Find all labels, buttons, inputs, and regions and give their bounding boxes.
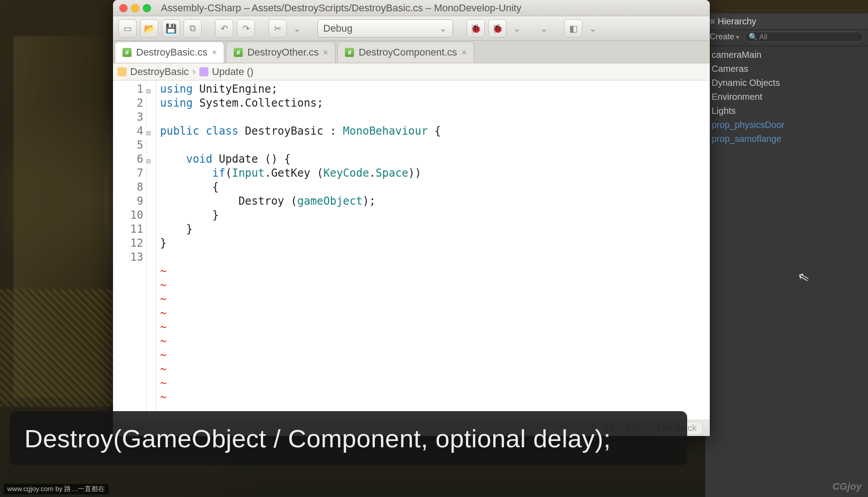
tab-close-icon[interactable]: × [212,48,217,57]
document-tabs: DestroyBasic.cs × DestroyOther.cs × Dest… [113,41,710,63]
open-button[interactable]: 📂 [140,19,158,38]
panel-toggle-button[interactable]: ◧ [564,19,582,38]
chevron-down-icon[interactable]: ⌄ [537,19,551,38]
csharp-file-icon [123,48,132,57]
save-button[interactable]: 💾 [162,19,180,38]
traffic-lights [119,4,151,12]
csharp-file-icon [345,48,354,57]
caption-overlay: Destroy(GameObject / Component, optional… [10,411,687,465]
hierarchy-item[interactable]: Environment [705,90,868,104]
code-content[interactable]: using UnityEngine; using System.Collecti… [156,80,710,420]
undo-button[interactable]: ↶ [215,19,233,38]
hierarchy-title: Hierarchy [710,16,756,27]
chevron-down-icon[interactable]: ⌄ [586,19,599,38]
tab-close-icon[interactable]: × [462,48,467,57]
code-editor[interactable]: 1 2 3 4 5 6 7 8 9 10 11 12 13 using Unit… [113,80,710,420]
configuration-label: Debug [323,23,353,34]
breadcrumb-class: DestroyBasic [130,66,189,78]
save-all-button[interactable]: ⧉ [184,19,202,38]
chevron-down-icon: ⌄ [439,23,447,34]
chevron-down-icon[interactable]: ⌄ [290,19,304,38]
tab-label: DestroyOther.cs [247,47,319,58]
window-title: Assembly-CSharp – Assets/DestroyScripts/… [156,2,703,14]
minimize-icon[interactable] [131,4,139,12]
main-toolbar: ▭ 📂 💾 ⧉ ↶ ↷ ✂ ⌄ Debug ⌄ 🐞 🐞 ⌄ ⌄ ◧ ⌄ [113,16,710,41]
chevron-down-icon[interactable]: ⌄ [510,19,524,38]
cut-button[interactable]: ✂ [269,19,287,38]
hierarchy-list: cameraMain Cameras Dynamic Objects Envir… [705,46,868,148]
class-icon [118,67,127,76]
hierarchy-item[interactable]: Cameras [705,62,868,76]
redo-button[interactable]: ↷ [237,19,255,38]
close-icon[interactable] [119,4,127,12]
monodevelop-window: Assembly-CSharp – Assets/DestroyScripts/… [113,0,710,436]
hierarchy-item[interactable]: Dynamic Objects [705,76,868,90]
debug-attach-button[interactable]: 🐞 [467,19,485,38]
hierarchy-panel: Hierarchy Create 🔍 All cameraMain Camera… [705,14,868,497]
hierarchy-search-input[interactable]: 🔍 All [745,32,863,42]
credit-text: www.cgjoy.com by 路…一直都在 [4,484,108,494]
hierarchy-search-placeholder: All [759,33,767,41]
hierarchy-item[interactable]: prop_physicsDoor [705,118,868,132]
csharp-file-icon [234,48,243,57]
tab-destroyother[interactable]: DestroyOther.cs × [226,42,335,63]
tab-destroybasic[interactable]: DestroyBasic.cs × [115,42,224,63]
tab-close-icon[interactable]: × [323,48,328,57]
watermark-logo: CGjoy [832,481,862,492]
breadcrumb-member: Update () [212,66,254,78]
configuration-dropdown[interactable]: Debug ⌄ [317,19,453,38]
new-file-button[interactable]: ▭ [118,19,137,38]
hierarchy-item[interactable]: prop_samoflange [705,132,868,146]
caption-text: Destroy(GameObject / Component, optional… [24,424,611,453]
zoom-icon[interactable] [143,4,151,12]
line-number-gutter: 1 2 3 4 5 6 7 8 9 10 11 12 13 [113,80,146,420]
breadcrumb[interactable]: DestroyBasic › Update () [113,63,710,80]
hierarchy-item[interactable]: Lights [705,104,868,118]
tab-label: DestroyBasic.cs [136,47,208,58]
hierarchy-header: Hierarchy [705,14,868,30]
method-icon [199,67,208,76]
hierarchy-item[interactable]: cameraMain [705,48,868,62]
chevron-right-icon: › [193,66,196,78]
tab-label: DestroyComponent.cs [359,47,457,58]
window-titlebar[interactable]: Assembly-CSharp – Assets/DestroyScripts/… [113,0,710,16]
debug-run-button[interactable]: 🐞 [488,19,506,38]
create-dropdown[interactable]: Create [710,32,739,42]
hierarchy-toolbar: Create 🔍 All [705,30,868,46]
tab-destroycomponent[interactable]: DestroyComponent.cs × [337,42,474,63]
